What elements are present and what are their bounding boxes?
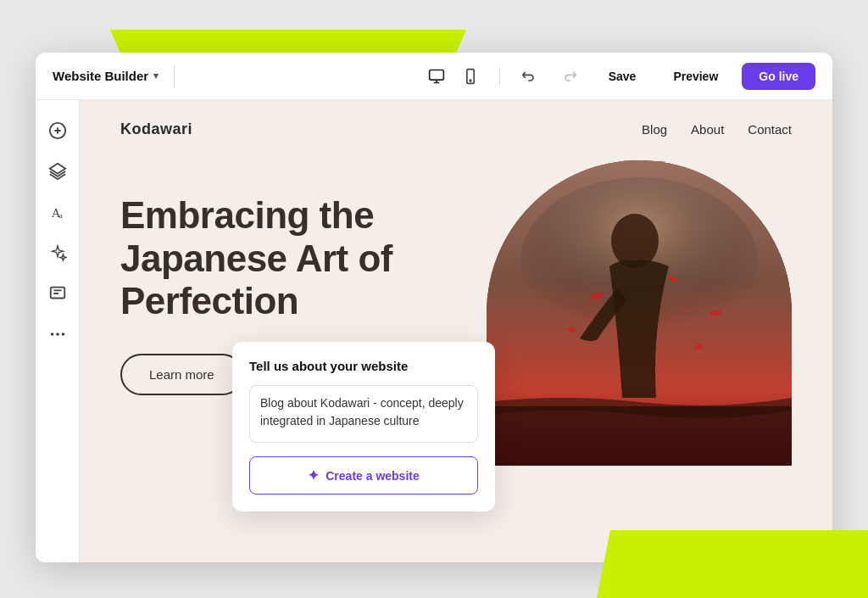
brand-label: Website Builder [53, 69, 148, 83]
toolbar-divider [174, 64, 175, 88]
sidebar-item-layers[interactable] [41, 154, 75, 188]
svg-point-13 [611, 214, 659, 268]
hero-image-container [487, 160, 792, 466]
hero-heading: Embracing the Japanese Art of Perfection [120, 194, 409, 323]
desktop-icon-btn[interactable] [421, 61, 452, 92]
device-separator [499, 67, 500, 86]
svg-rect-0 [429, 70, 443, 80]
create-website-label: Create a website [326, 469, 420, 483]
redo-btn[interactable] [554, 61, 585, 92]
nav-link-about[interactable]: About [691, 122, 724, 137]
sidebar-item-more[interactable] [41, 317, 75, 351]
sidebar-item-ai[interactable] [41, 236, 75, 270]
preview-button[interactable]: Preview [659, 63, 732, 90]
sidebar-item-text[interactable]: A a [41, 195, 75, 229]
hero-cta-button[interactable]: Learn more [120, 354, 243, 395]
svg-point-8 [50, 333, 53, 336]
mobile-icon-btn[interactable] [455, 61, 486, 92]
ai-popup: Tell us about your website Blog about Ko… [232, 342, 495, 511]
nav-links: Blog About Contact [642, 122, 792, 137]
ai-popup-textarea[interactable]: Blog about Kodawari - concept, deeply in… [249, 385, 478, 443]
ai-popup-title: Tell us about your website [249, 359, 478, 373]
svg-point-10 [61, 333, 64, 336]
preview-nav: Kodawari Blog About Contact [80, 100, 832, 152]
device-icons [421, 61, 486, 92]
sidebar-item-comments[interactable] [41, 277, 75, 310]
brand-dropdown[interactable]: Website Builder ▾ [53, 69, 159, 83]
site-logo: Kodawari [120, 120, 192, 138]
hero-image-arch [487, 160, 792, 466]
content-area: A a [36, 100, 832, 562]
toolbar: Website Builder ▾ [36, 53, 832, 100]
browser-window: Website Builder ▾ [36, 53, 832, 562]
save-button[interactable]: Save [595, 63, 650, 90]
sparkle-icon: ✦ [308, 467, 319, 483]
svg-point-9 [56, 333, 59, 336]
svg-rect-7 [50, 288, 64, 299]
sidebar: A a [36, 100, 80, 562]
go-live-button[interactable]: Go live [742, 63, 815, 90]
sidebar-item-add[interactable] [41, 114, 75, 148]
nav-link-contact[interactable]: Contact [748, 122, 792, 137]
svg-text:a: a [58, 211, 62, 220]
undo-btn[interactable] [514, 61, 544, 92]
chevron-down-icon: ▾ [153, 70, 159, 81]
create-website-button[interactable]: ✦ Create a website [249, 456, 478, 495]
green-accent-bottom [597, 530, 868, 598]
preview-area: Kodawari Blog About Contact Embracing th… [80, 100, 832, 562]
svg-point-2 [470, 80, 471, 81]
nav-link-blog[interactable]: Blog [642, 122, 667, 137]
